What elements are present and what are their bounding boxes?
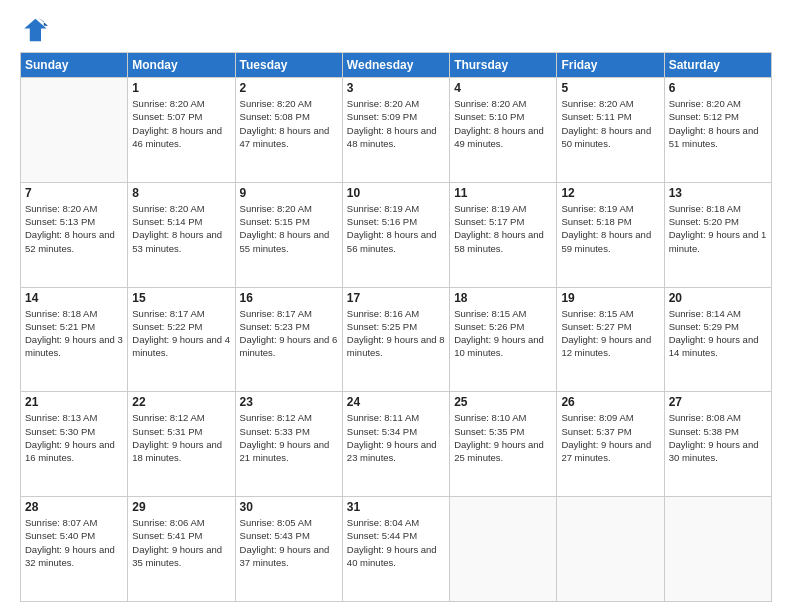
day-info: Sunrise: 8:07 AM Sunset: 5:40 PM Dayligh… <box>25 516 123 569</box>
calendar-cell: 17Sunrise: 8:16 AM Sunset: 5:25 PM Dayli… <box>342 287 449 392</box>
day-info: Sunrise: 8:18 AM Sunset: 5:21 PM Dayligh… <box>25 307 123 360</box>
calendar-cell: 3Sunrise: 8:20 AM Sunset: 5:09 PM Daylig… <box>342 78 449 183</box>
calendar-cell: 14Sunrise: 8:18 AM Sunset: 5:21 PM Dayli… <box>21 287 128 392</box>
calendar-cell: 18Sunrise: 8:15 AM Sunset: 5:26 PM Dayli… <box>450 287 557 392</box>
calendar-week: 14Sunrise: 8:18 AM Sunset: 5:21 PM Dayli… <box>21 287 772 392</box>
day-info: Sunrise: 8:20 AM Sunset: 5:11 PM Dayligh… <box>561 97 659 150</box>
header-day: Thursday <box>450 53 557 78</box>
day-number: 19 <box>561 291 659 305</box>
day-info: Sunrise: 8:10 AM Sunset: 5:35 PM Dayligh… <box>454 411 552 464</box>
calendar-cell: 16Sunrise: 8:17 AM Sunset: 5:23 PM Dayli… <box>235 287 342 392</box>
day-number: 28 <box>25 500 123 514</box>
calendar-cell: 31Sunrise: 8:04 AM Sunset: 5:44 PM Dayli… <box>342 497 449 602</box>
calendar-cell: 8Sunrise: 8:20 AM Sunset: 5:14 PM Daylig… <box>128 182 235 287</box>
day-number: 13 <box>669 186 767 200</box>
day-info: Sunrise: 8:04 AM Sunset: 5:44 PM Dayligh… <box>347 516 445 569</box>
calendar-cell: 25Sunrise: 8:10 AM Sunset: 5:35 PM Dayli… <box>450 392 557 497</box>
day-number: 24 <box>347 395 445 409</box>
day-info: Sunrise: 8:09 AM Sunset: 5:37 PM Dayligh… <box>561 411 659 464</box>
calendar-week: 28Sunrise: 8:07 AM Sunset: 5:40 PM Dayli… <box>21 497 772 602</box>
calendar-cell: 1Sunrise: 8:20 AM Sunset: 5:07 PM Daylig… <box>128 78 235 183</box>
day-info: Sunrise: 8:08 AM Sunset: 5:38 PM Dayligh… <box>669 411 767 464</box>
day-info: Sunrise: 8:12 AM Sunset: 5:31 PM Dayligh… <box>132 411 230 464</box>
logo-icon <box>20 16 48 44</box>
calendar-cell: 27Sunrise: 8:08 AM Sunset: 5:38 PM Dayli… <box>664 392 771 497</box>
day-info: Sunrise: 8:20 AM Sunset: 5:13 PM Dayligh… <box>25 202 123 255</box>
calendar-cell: 6Sunrise: 8:20 AM Sunset: 5:12 PM Daylig… <box>664 78 771 183</box>
day-number: 30 <box>240 500 338 514</box>
header-day: Friday <box>557 53 664 78</box>
day-number: 5 <box>561 81 659 95</box>
day-number: 4 <box>454 81 552 95</box>
day-info: Sunrise: 8:20 AM Sunset: 5:15 PM Dayligh… <box>240 202 338 255</box>
day-number: 1 <box>132 81 230 95</box>
calendar-cell: 20Sunrise: 8:14 AM Sunset: 5:29 PM Dayli… <box>664 287 771 392</box>
day-number: 22 <box>132 395 230 409</box>
calendar-week: 7Sunrise: 8:20 AM Sunset: 5:13 PM Daylig… <box>21 182 772 287</box>
header-day: Tuesday <box>235 53 342 78</box>
day-number: 14 <box>25 291 123 305</box>
day-info: Sunrise: 8:16 AM Sunset: 5:25 PM Dayligh… <box>347 307 445 360</box>
day-number: 6 <box>669 81 767 95</box>
day-number: 3 <box>347 81 445 95</box>
day-info: Sunrise: 8:17 AM Sunset: 5:22 PM Dayligh… <box>132 307 230 360</box>
day-info: Sunrise: 8:19 AM Sunset: 5:17 PM Dayligh… <box>454 202 552 255</box>
day-number: 11 <box>454 186 552 200</box>
calendar-week: 1Sunrise: 8:20 AM Sunset: 5:07 PM Daylig… <box>21 78 772 183</box>
day-info: Sunrise: 8:06 AM Sunset: 5:41 PM Dayligh… <box>132 516 230 569</box>
header-row: SundayMondayTuesdayWednesdayThursdayFrid… <box>21 53 772 78</box>
day-number: 16 <box>240 291 338 305</box>
calendar-cell: 13Sunrise: 8:18 AM Sunset: 5:20 PM Dayli… <box>664 182 771 287</box>
day-info: Sunrise: 8:20 AM Sunset: 5:09 PM Dayligh… <box>347 97 445 150</box>
day-number: 17 <box>347 291 445 305</box>
calendar-cell <box>664 497 771 602</box>
calendar-table: SundayMondayTuesdayWednesdayThursdayFrid… <box>20 52 772 602</box>
day-info: Sunrise: 8:11 AM Sunset: 5:34 PM Dayligh… <box>347 411 445 464</box>
day-number: 26 <box>561 395 659 409</box>
calendar-week: 21Sunrise: 8:13 AM Sunset: 5:30 PM Dayli… <box>21 392 772 497</box>
day-info: Sunrise: 8:17 AM Sunset: 5:23 PM Dayligh… <box>240 307 338 360</box>
day-info: Sunrise: 8:15 AM Sunset: 5:27 PM Dayligh… <box>561 307 659 360</box>
day-number: 20 <box>669 291 767 305</box>
svg-marker-0 <box>24 19 46 41</box>
calendar-cell: 29Sunrise: 8:06 AM Sunset: 5:41 PM Dayli… <box>128 497 235 602</box>
calendar-cell: 24Sunrise: 8:11 AM Sunset: 5:34 PM Dayli… <box>342 392 449 497</box>
page: SundayMondayTuesdayWednesdayThursdayFrid… <box>0 0 792 612</box>
calendar-cell <box>21 78 128 183</box>
logo <box>20 16 52 44</box>
calendar-cell: 23Sunrise: 8:12 AM Sunset: 5:33 PM Dayli… <box>235 392 342 497</box>
header-day: Wednesday <box>342 53 449 78</box>
calendar-cell: 30Sunrise: 8:05 AM Sunset: 5:43 PM Dayli… <box>235 497 342 602</box>
calendar-cell: 10Sunrise: 8:19 AM Sunset: 5:16 PM Dayli… <box>342 182 449 287</box>
header-day: Sunday <box>21 53 128 78</box>
calendar-cell: 2Sunrise: 8:20 AM Sunset: 5:08 PM Daylig… <box>235 78 342 183</box>
day-number: 18 <box>454 291 552 305</box>
calendar-cell: 28Sunrise: 8:07 AM Sunset: 5:40 PM Dayli… <box>21 497 128 602</box>
day-number: 9 <box>240 186 338 200</box>
day-number: 2 <box>240 81 338 95</box>
calendar-cell: 21Sunrise: 8:13 AM Sunset: 5:30 PM Dayli… <box>21 392 128 497</box>
day-number: 7 <box>25 186 123 200</box>
header-day: Monday <box>128 53 235 78</box>
day-number: 12 <box>561 186 659 200</box>
day-info: Sunrise: 8:20 AM Sunset: 5:14 PM Dayligh… <box>132 202 230 255</box>
day-number: 23 <box>240 395 338 409</box>
calendar-cell: 15Sunrise: 8:17 AM Sunset: 5:22 PM Dayli… <box>128 287 235 392</box>
day-number: 25 <box>454 395 552 409</box>
calendar-cell <box>557 497 664 602</box>
day-info: Sunrise: 8:20 AM Sunset: 5:07 PM Dayligh… <box>132 97 230 150</box>
day-number: 15 <box>132 291 230 305</box>
day-number: 10 <box>347 186 445 200</box>
day-number: 27 <box>669 395 767 409</box>
day-number: 31 <box>347 500 445 514</box>
calendar-cell: 9Sunrise: 8:20 AM Sunset: 5:15 PM Daylig… <box>235 182 342 287</box>
day-info: Sunrise: 8:19 AM Sunset: 5:18 PM Dayligh… <box>561 202 659 255</box>
day-info: Sunrise: 8:20 AM Sunset: 5:10 PM Dayligh… <box>454 97 552 150</box>
day-info: Sunrise: 8:20 AM Sunset: 5:12 PM Dayligh… <box>669 97 767 150</box>
calendar-cell: 7Sunrise: 8:20 AM Sunset: 5:13 PM Daylig… <box>21 182 128 287</box>
calendar-cell: 19Sunrise: 8:15 AM Sunset: 5:27 PM Dayli… <box>557 287 664 392</box>
day-info: Sunrise: 8:14 AM Sunset: 5:29 PM Dayligh… <box>669 307 767 360</box>
calendar-cell: 12Sunrise: 8:19 AM Sunset: 5:18 PM Dayli… <box>557 182 664 287</box>
day-info: Sunrise: 8:15 AM Sunset: 5:26 PM Dayligh… <box>454 307 552 360</box>
day-info: Sunrise: 8:18 AM Sunset: 5:20 PM Dayligh… <box>669 202 767 255</box>
